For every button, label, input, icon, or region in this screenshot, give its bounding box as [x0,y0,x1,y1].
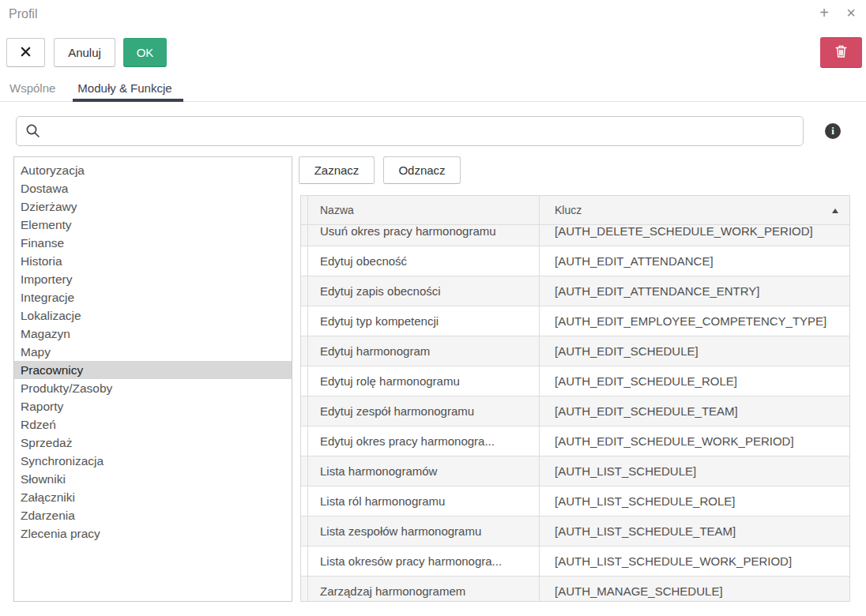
row-key: [AUTH_DELETE_SCHEDULE_WORK_PERIOD] [540,225,849,246]
module-item[interactable]: Autoryzacja [14,161,292,179]
window-plus-icon[interactable]: + [815,3,833,22]
row-gutter [301,336,308,366]
table-row[interactable]: Edytuj zespół harmonogramu[AUTH_EDIT_SCH… [301,396,849,426]
table-rows: Usuń okres pracy harmonogramu[AUTH_DELET… [301,225,849,601]
module-item[interactable]: Dostawa [14,179,292,197]
row-gutter [301,246,308,276]
table-row[interactable]: Lista zespołów harmonogramu[AUTH_LIST_SC… [301,516,849,547]
row-gutter [301,577,308,601]
column-header-nazwa[interactable]: Nazwa [308,196,540,224]
window-title: Profil [9,7,37,21]
deselect-all-button[interactable]: Odznacz [383,156,461,184]
row-gutter [301,396,308,426]
sort-ascending-icon [832,208,838,213]
module-item[interactable]: Słowniki [14,470,292,488]
row-key: [AUTH_EDIT_SCHEDULE_TEAM] [540,396,849,426]
row-key: [AUTH_EDIT_SCHEDULE] [540,336,849,366]
row-name: Lista okresów pracy harmonogra... [308,547,540,576]
row-gutter [301,306,308,336]
table-row[interactable]: Edytuj okres pracy harmonogra...[AUTH_ED… [301,426,849,456]
row-gutter [301,225,308,246]
table-row[interactable]: Lista harmonogramów[AUTH_LIST_SCHEDULE] [301,456,849,486]
table-row[interactable]: Zarządzaj harmonogramem[AUTH_MANAGE_SCHE… [301,577,849,601]
module-item[interactable]: Integracje [14,288,292,306]
row-name: Edytuj okres pracy harmonogra... [308,426,540,456]
module-item[interactable]: Historia [14,252,292,270]
row-name: Edytuj obecność [308,246,540,276]
cancel-button[interactable]: Anuluj [54,38,115,67]
row-key: [AUTH_EDIT_ATTENDANCE] [540,246,849,276]
row-key: [AUTH_EDIT_EMPLOYEE_COMPETENCY_TYPE] [540,306,849,336]
module-list: AutoryzacjaDostawaDzierżawyElementyFinan… [13,156,292,602]
row-gutter [301,276,308,306]
tab-wspolne[interactable]: Wspólne [5,79,60,102]
row-gutter [301,547,308,576]
row-gutter [301,516,308,546]
row-name: Lista zespołów harmonogramu [308,516,540,546]
table-row[interactable]: Edytuj rolę harmonogramu[AUTH_EDIT_SCHED… [301,366,849,396]
row-gutter [301,456,308,486]
search-field [16,116,804,146]
close-button[interactable] [6,38,45,67]
permissions-table: Nazwa Klucz Usuń okres pracy harmonogram… [300,195,850,602]
row-gutter [301,486,308,516]
tab-moduly-funkcje[interactable]: Moduły & Funkcje [73,79,183,102]
module-item[interactable]: Elementy [14,216,292,234]
module-item[interactable]: Sprzedaż [14,434,292,452]
row-key: [AUTH_LIST_SCHEDULE_ROLE] [540,486,849,516]
table-row[interactable]: Edytuj typ kompetencji[AUTH_EDIT_EMPLOYE… [301,306,849,336]
row-key: [AUTH_EDIT_ATTENDANCE_ENTRY] [540,276,849,306]
delete-button[interactable] [820,37,862,68]
module-item[interactable]: Lokalizacje [14,306,292,325]
row-name: Edytuj zespół harmonogramu [308,396,540,426]
table-row[interactable]: Edytuj zapis obecności[AUTH_EDIT_ATTENDA… [301,276,849,306]
table-row[interactable]: Lista ról harmonogramu[AUTH_LIST_SCHEDUL… [301,486,849,516]
column-header-klucz[interactable]: Klucz [540,196,849,224]
profil-dialog: Profil + × Anuluj OK Wspólne Moduły & Fu… [0,0,866,616]
module-item[interactable]: Produkty/Zasoby [14,379,292,397]
search-input[interactable] [16,116,804,146]
table-header: Nazwa Klucz [301,196,849,225]
row-key: [AUTH_MANAGE_SCHEDULE] [540,577,849,601]
window-close-icon[interactable]: × [842,3,860,22]
table-row[interactable]: Edytuj obecność[AUTH_EDIT_ATTENDANCE] [301,246,849,276]
info-icon[interactable]: i [825,123,841,139]
row-key: [AUTH_LIST_SCHEDULE] [540,456,849,486]
ok-button[interactable]: OK [123,38,167,67]
row-gutter [301,366,308,396]
row-name: Edytuj harmonogram [308,336,540,366]
module-item[interactable]: Finanse [14,234,292,252]
row-key: [AUTH_EDIT_SCHEDULE_ROLE] [540,366,849,396]
module-item[interactable]: Zlecenia pracy [14,524,292,543]
row-name: Usuń okres pracy harmonogramu [308,225,540,246]
module-item[interactable]: Magazyn [14,325,292,343]
table-row[interactable]: Usuń okres pracy harmonogramu[AUTH_DELET… [301,225,849,246]
module-item[interactable]: Zdarzenia [14,506,292,524]
row-key: [AUTH_LIST_SCHEDULE_WORK_PERIOD] [540,547,849,576]
row-name: Edytuj rolę harmonogramu [308,366,540,396]
row-name: Edytuj zapis obecności [308,276,540,306]
column-header-klucz-label: Klucz [555,204,582,216]
search-icon [25,123,40,138]
module-item[interactable]: Importery [14,270,292,288]
row-name: Lista harmonogramów [308,456,540,486]
table-row[interactable]: Edytuj harmonogram[AUTH_EDIT_SCHEDULE] [301,336,849,366]
row-name: Zarządzaj harmonogramem [308,577,540,601]
row-name: Lista ról harmonogramu [308,486,540,516]
module-item[interactable]: Synchronizacja [14,452,292,470]
module-item[interactable]: Dzierżawy [14,197,292,216]
module-item[interactable]: Raporty [14,397,292,415]
window-controls: + × [815,3,860,22]
select-all-button[interactable]: Zaznacz [299,156,375,184]
module-item[interactable]: Załączniki [14,488,292,506]
row-key: [AUTH_LIST_SCHEDULE_TEAM] [540,516,849,546]
table-row[interactable]: Lista okresów pracy harmonogra...[AUTH_L… [301,547,849,577]
tab-bar: Wspólne Moduły & Funkcje [0,79,866,102]
module-item-selected[interactable]: Pracownicy [14,361,292,379]
module-item[interactable]: Rdzeń [14,415,292,434]
row-gutter [301,426,308,456]
row-key: [AUTH_EDIT_SCHEDULE_WORK_PERIOD] [540,426,849,456]
row-name: Edytuj typ kompetencji [308,306,540,336]
module-item[interactable]: Mapy [14,343,292,361]
header-gutter [301,196,308,224]
